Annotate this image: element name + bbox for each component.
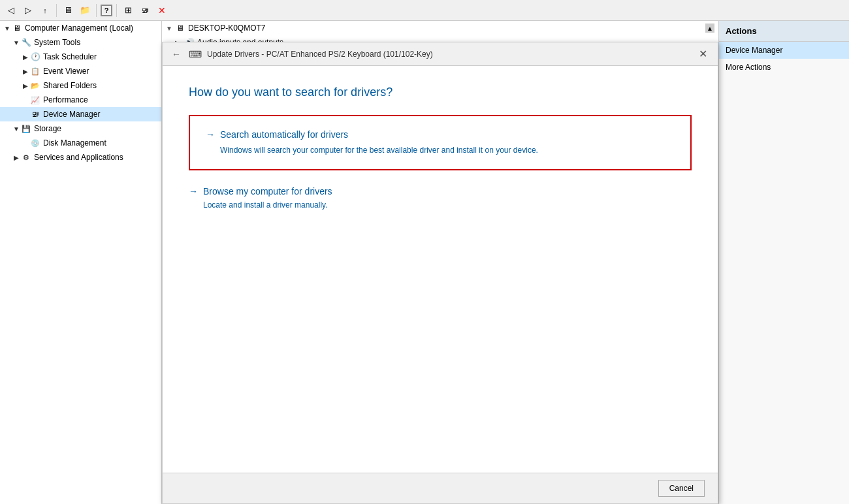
storage-icon: 💾 bbox=[21, 123, 31, 134]
keyboard-icon: ⌨ bbox=[189, 49, 202, 59]
system-tools-label: System Tools bbox=[34, 38, 80, 47]
toolbar: ◁ ▷ ↑ 🖥 📁 ? ⊞ 🖳 ✕ bbox=[0, 0, 849, 21]
tree-scrollbar-up[interactable]: ▲ bbox=[705, 24, 714, 33]
browse-computer-link[interactable]: → Browse my computer for drivers bbox=[189, 186, 692, 197]
event-viewer-icon: 📋 bbox=[30, 66, 40, 76]
search-automatically-link[interactable]: → Search automatically for drivers bbox=[206, 129, 675, 140]
option2-description: Locate and install a driver manually. bbox=[203, 200, 692, 210]
root-label: Computer Management (Local) bbox=[25, 24, 133, 33]
search-automatically-option[interactable]: → Search automatically for drivers Windo… bbox=[189, 115, 692, 170]
cancel-button[interactable]: Cancel bbox=[658, 480, 705, 497]
services-icon: ⚙ bbox=[21, 152, 31, 163]
up-button[interactable]: ↑ bbox=[38, 3, 52, 18]
update-drivers-modal: ← ⌨ Update Drivers - PC/AT Enhanced PS/2… bbox=[162, 42, 718, 504]
toolbar-separator-1 bbox=[56, 4, 57, 17]
modal-back-button[interactable]: ← bbox=[169, 48, 184, 61]
computer-icon: 🖥 bbox=[12, 23, 22, 33]
tree-root-chevron: ▼ bbox=[166, 25, 175, 32]
action-device-manager[interactable]: Device Manager bbox=[719, 42, 849, 59]
sidebar: ▼ 🖥 Computer Management (Local) ▼ 🔧 Syst… bbox=[0, 21, 162, 504]
actions-header: Actions bbox=[719, 21, 849, 42]
shared-folders-label: Shared Folders bbox=[43, 81, 97, 90]
sidebar-item-disk-management[interactable]: ▶ 💿 Disk Management bbox=[0, 136, 161, 150]
option1-arrow: → bbox=[206, 129, 215, 140]
option2-link-text: Browse my computer for drivers bbox=[203, 186, 332, 197]
modal-close-button[interactable]: ✕ bbox=[695, 46, 711, 61]
services-chevron: ▶ bbox=[12, 154, 21, 161]
disk-management-icon: 💿 bbox=[30, 138, 40, 148]
sidebar-item-shared-folders[interactable]: ▶ 📂 Shared Folders bbox=[0, 78, 161, 93]
storage-label: Storage bbox=[34, 124, 61, 133]
browse-computer-option[interactable]: → Browse my computer for drivers Locate … bbox=[189, 186, 692, 210]
system-tools-chevron: ▼ bbox=[12, 39, 21, 46]
disk-management-label: Disk Management bbox=[43, 138, 106, 148]
show-desktop-button[interactable]: 🖥 bbox=[61, 3, 75, 18]
modal-header-left: ← ⌨ Update Drivers - PC/AT Enhanced PS/2… bbox=[169, 48, 433, 61]
sidebar-item-storage[interactable]: ▼ 💾 Storage bbox=[0, 121, 161, 136]
sidebar-item-performance[interactable]: ▶ 📈 Performance bbox=[0, 93, 161, 107]
option1-description: Windows will search your computer for th… bbox=[220, 145, 675, 156]
shared-folders-chevron: ▶ bbox=[21, 82, 30, 89]
toolbar-separator-2 bbox=[96, 4, 97, 17]
option2-arrow: → bbox=[189, 186, 198, 197]
action-more-actions[interactable]: More Actions bbox=[719, 59, 849, 76]
forward-button[interactable]: ▷ bbox=[21, 3, 35, 18]
help-button[interactable]: ? bbox=[101, 5, 112, 16]
option1-link-text: Search automatically for drivers bbox=[220, 129, 348, 140]
modal-footer: Cancel bbox=[163, 473, 718, 503]
sidebar-item-device-manager[interactable]: ▶ 🖳 Device Manager bbox=[0, 107, 161, 121]
device-manager-label: Device Manager bbox=[43, 110, 100, 119]
sidebar-item-event-viewer[interactable]: ▶ 📋 Event Viewer bbox=[0, 64, 161, 78]
task-scheduler-chevron: ▶ bbox=[21, 54, 30, 61]
sidebar-item-task-scheduler[interactable]: ▶ 🕐 Task Scheduler bbox=[0, 50, 161, 64]
sidebar-item-system-tools[interactable]: ▼ 🔧 System Tools bbox=[0, 35, 161, 50]
device-button[interactable]: 🖳 bbox=[138, 3, 152, 18]
services-label: Services and Applications bbox=[34, 153, 123, 162]
performance-label: Performance bbox=[43, 95, 88, 104]
sidebar-item-services-applications[interactable]: ▶ ⚙ Services and Applications bbox=[0, 150, 161, 165]
task-scheduler-label: Task Scheduler bbox=[43, 52, 97, 61]
performance-icon: 📈 bbox=[30, 95, 40, 105]
event-viewer-label: Event Viewer bbox=[43, 67, 89, 76]
modal-body: How do you want to search for drivers? →… bbox=[163, 66, 718, 473]
toolbar-separator-3 bbox=[116, 4, 117, 17]
view-button[interactable]: ⊞ bbox=[121, 3, 135, 18]
explorer-button[interactable]: 📁 bbox=[78, 3, 92, 18]
modal-header: ← ⌨ Update Drivers - PC/AT Enhanced PS/2… bbox=[163, 42, 718, 66]
task-scheduler-icon: 🕐 bbox=[30, 52, 40, 62]
modal-title: Update Drivers - PC/AT Enhanced PS/2 Key… bbox=[207, 50, 433, 59]
root-chevron: ▼ bbox=[3, 25, 12, 32]
device-manager-icon: 🖳 bbox=[30, 109, 40, 119]
system-tools-icon: 🔧 bbox=[21, 37, 31, 48]
modal-question: How do you want to search for drivers? bbox=[189, 86, 692, 99]
tree-root-label: DESKTOP-K0QMOT7 bbox=[188, 24, 265, 33]
desktop-icon: 🖥 bbox=[175, 23, 185, 33]
tree-root[interactable]: ▼ 🖥 DESKTOP-K0QMOT7 ▲ bbox=[162, 21, 718, 35]
delete-button[interactable]: ✕ bbox=[155, 3, 169, 18]
shared-folders-icon: 📂 bbox=[30, 80, 40, 91]
event-viewer-chevron: ▶ bbox=[21, 68, 30, 75]
back-button[interactable]: ◁ bbox=[4, 3, 18, 18]
sidebar-root[interactable]: ▼ 🖥 Computer Management (Local) bbox=[0, 21, 161, 35]
right-panel: Actions Device Manager More Actions bbox=[718, 21, 849, 504]
storage-chevron: ▼ bbox=[12, 125, 21, 133]
